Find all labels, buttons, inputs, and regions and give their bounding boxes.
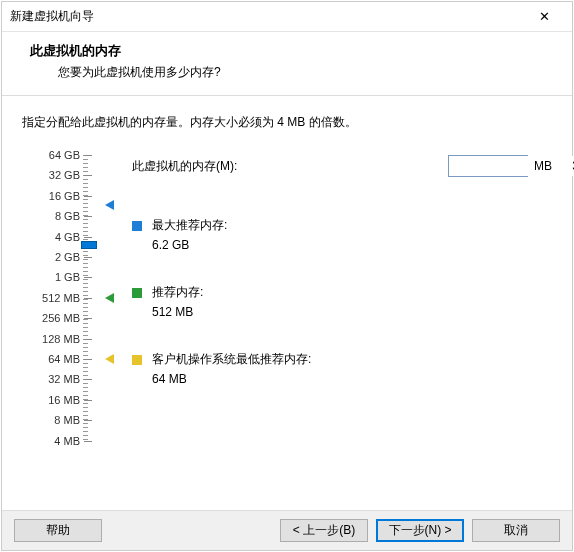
memory-field: ▲ ▼ [448,155,528,177]
memory-area: 64 GB32 GB16 GB8 GB4 GB2 GB1 GB512 MB256… [22,155,552,445]
scale-tick-label: 2 GB [55,251,80,263]
scale-tick-label: 8 MB [54,414,80,426]
legend-recommended-value: 512 MB [132,305,552,319]
scale-tick-label: 256 MB [42,312,80,324]
recommended-square-icon [132,288,142,298]
min-square-icon [132,355,142,365]
content-area: 指定分配给此虚拟机的内存量。内存大小必须为 4 MB 的倍数。 64 GB32 … [2,96,572,510]
scale-tick-label: 128 MB [42,333,80,345]
legend-min: 客户机操作系统最低推荐内存: 64 MB [132,351,552,386]
memory-controls: 此虚拟机的内存(M): ▲ ▼ MB [92,155,552,445]
legend-max: 最大推荐内存: 6.2 GB [132,217,552,252]
scale-tick-label: 16 GB [49,190,80,202]
titlebar: 新建虚拟机向导 [2,2,572,32]
button-bar: 帮助 < 上一步(B) 下一步(N) > 取消 [2,510,572,550]
window-title: 新建虚拟机向导 [10,8,524,25]
scale-tick-label: 4 MB [54,435,80,447]
legend-max-value: 6.2 GB [132,238,552,252]
cancel-button[interactable]: 取消 [472,519,560,542]
legend-recommended: 推荐内存: 512 MB [132,284,552,319]
slider-thumb[interactable] [81,241,97,249]
memory-input-row: 此虚拟机的内存(M): ▲ ▼ MB [132,155,552,177]
max-square-icon [132,221,142,231]
memory-scale: 64 GB32 GB16 GB8 GB4 GB2 GB1 GB512 MB256… [22,155,92,445]
header-subtitle: 您要为此虚拟机使用多少内存? [30,64,552,81]
instruction-text: 指定分配给此虚拟机的内存量。内存大小必须为 4 MB 的倍数。 [22,114,552,131]
scale-tick-label: 16 MB [48,394,80,406]
help-button[interactable]: 帮助 [14,519,102,542]
scale-tick-label: 32 GB [49,169,80,181]
scale-tick-label: 8 GB [55,210,80,222]
scale-tick-label: 1 GB [55,271,80,283]
scale-tick-label: 4 GB [55,231,80,243]
legend-recommended-label: 推荐内存: [152,284,203,301]
memory-input[interactable] [449,156,574,176]
wizard-dialog: 新建虚拟机向导 此虚拟机的内存 您要为此虚拟机使用多少内存? 指定分配给此虚拟机… [1,1,573,551]
min-marker-icon [105,354,114,364]
wizard-header: 此虚拟机的内存 您要为此虚拟机使用多少内存? [2,32,572,96]
legend-min-label: 客户机操作系统最低推荐内存: [152,351,311,368]
memory-unit: MB [534,159,552,173]
memory-input-label: 此虚拟机的内存(M): [132,158,448,175]
close-icon[interactable] [524,3,564,31]
scale-tick-label: 64 MB [48,353,80,365]
memory-spinner: ▲ ▼ MB [448,155,552,177]
max-marker-icon [105,200,114,210]
legend-max-label: 最大推荐内存: [152,217,227,234]
scale-tick-label: 64 GB [49,149,80,161]
legend-min-value: 64 MB [132,372,552,386]
header-title: 此虚拟机的内存 [30,42,552,60]
back-button[interactable]: < 上一步(B) [280,519,368,542]
scale-tick-label: 512 MB [42,292,80,304]
next-button[interactable]: 下一步(N) > [376,519,464,542]
scale-tick-label: 32 MB [48,373,80,385]
recommended-marker-icon [105,293,114,303]
